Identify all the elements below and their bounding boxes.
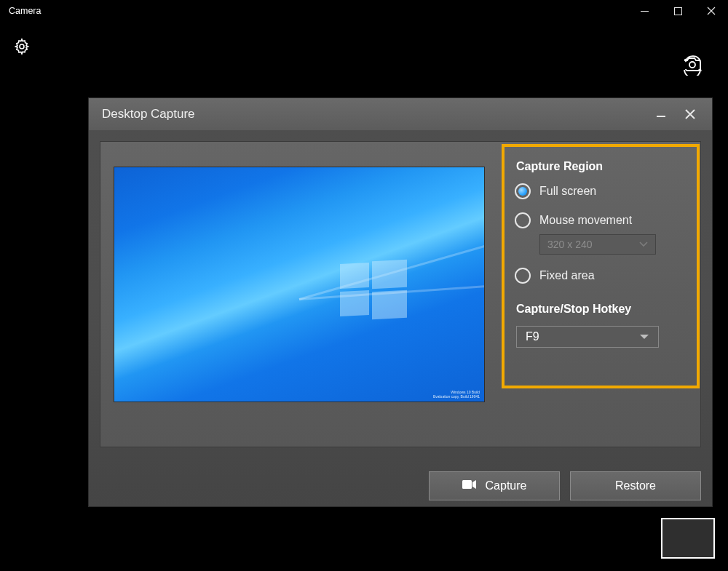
- desktop-capture-dialog: Desktop Capture Windows 10 Build Evaluat…: [88, 97, 713, 507]
- dialog-close[interactable]: [676, 100, 705, 128]
- chevron-down-icon: [639, 334, 649, 340]
- dialog-title: Desktop Capture: [102, 107, 646, 121]
- hotkey-select[interactable]: F9: [516, 326, 659, 348]
- dialog-titlebar: Desktop Capture: [89, 98, 712, 130]
- svg-rect-3: [462, 480, 472, 489]
- dialog-footer: Capture Restore: [89, 466, 712, 506]
- gear-icon[interactable]: [13, 38, 31, 58]
- select-value: 320 x 240: [547, 239, 593, 250]
- camera-switch-icon[interactable]: [681, 54, 705, 79]
- dialog-content-panel: Windows 10 Build Evaluation copy, Build …: [100, 141, 701, 447]
- window-title: Camera: [9, 6, 41, 16]
- button-label: Capture: [486, 479, 527, 492]
- radio-icon: [515, 268, 531, 284]
- radio-label: Mouse movement: [539, 214, 632, 227]
- windows-logo-icon: [340, 260, 407, 319]
- camera-toolbar: [0, 22, 728, 62]
- preview-watermark-line: Evaluation copy, Build 19041: [433, 394, 480, 399]
- desktop-preview: Windows 10 Build Evaluation copy, Build …: [114, 167, 485, 402]
- titlebar: Camera: [0, 0, 728, 22]
- mouse-movement-resolution-select[interactable]: 320 x 240: [539, 234, 656, 255]
- svg-rect-0: [674, 7, 681, 15]
- radio-label: Fixed area: [539, 269, 595, 282]
- radio-icon: [515, 212, 531, 228]
- capture-region-header: Capture Region: [516, 160, 687, 173]
- window-minimize[interactable]: [628, 0, 661, 22]
- chevron-down-icon: [639, 241, 648, 247]
- window-maximize[interactable]: [661, 0, 695, 22]
- capture-button[interactable]: Capture: [429, 471, 560, 500]
- svg-point-1: [20, 44, 24, 49]
- video-camera-icon: [462, 479, 477, 492]
- capture-region-radios: Full screen Mouse movement 320 x 240: [515, 183, 687, 297]
- hotkey-header: Capture/Stop Hotkey: [516, 303, 687, 316]
- preview-watermark: Windows 10 Build Evaluation copy, Build …: [433, 390, 480, 399]
- select-value: F9: [526, 330, 539, 343]
- restore-button[interactable]: Restore: [570, 471, 701, 500]
- radio-icon: [515, 183, 531, 199]
- radio-label: Full screen: [539, 185, 596, 198]
- radio-full-screen[interactable]: Full screen: [515, 183, 687, 199]
- button-label: Restore: [615, 479, 656, 492]
- window-controls: [628, 0, 728, 22]
- settings-highlight: Capture Region Full screen Mouse movemen…: [502, 144, 700, 388]
- radio-fixed-area[interactable]: Fixed area: [515, 268, 687, 284]
- radio-mouse-movement[interactable]: Mouse movement: [515, 212, 687, 228]
- dialog-minimize[interactable]: [646, 100, 676, 128]
- window-close[interactable]: [695, 0, 728, 22]
- svg-point-2: [689, 62, 695, 68]
- dialog-body: Windows 10 Build Evaluation copy, Build …: [89, 130, 712, 466]
- last-capture-thumbnail[interactable]: [661, 518, 715, 559]
